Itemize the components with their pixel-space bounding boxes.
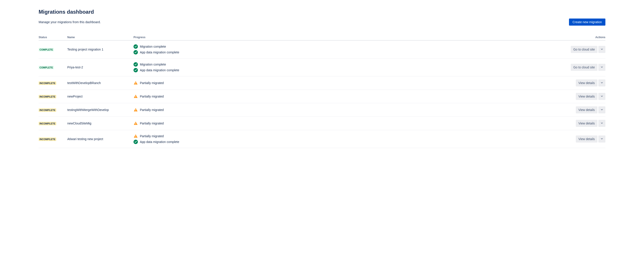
migration-name: testingWithMergeWithDevelop (67, 103, 134, 117)
page-title: Migrations dashboard (38, 9, 606, 15)
progress-text: Migration complete (140, 45, 166, 48)
progress-cell: Migration completeApp data migration com… (134, 58, 566, 76)
more-actions-button[interactable] (598, 136, 606, 142)
migration-name: Atiwari testing new project (67, 130, 134, 148)
more-actions-button[interactable] (598, 106, 606, 114)
progress-line: App data migration complete (134, 67, 566, 73)
progress-cell: Migration completeApp data migration com… (134, 40, 566, 58)
chevron-down-icon (600, 95, 604, 98)
go-to-cloud-site-button[interactable]: Go to cloud site (571, 64, 598, 71)
progress-text: Partially migrated (140, 95, 164, 98)
more-actions-button[interactable] (598, 93, 606, 100)
svg-point-13 (136, 137, 136, 137)
svg-point-5 (136, 84, 136, 84)
progress-line: Partially migrated (134, 80, 566, 86)
warning-icon (134, 134, 138, 138)
svg-point-9 (136, 110, 136, 111)
svg-rect-8 (136, 109, 136, 110)
table-row: INCOMPLETEtestingWithMergeWithDevelopPar… (38, 103, 606, 117)
migration-name: Testing project migration 1 (67, 40, 134, 58)
chevron-down-icon (600, 108, 604, 112)
progress-line: Partially migrated (134, 94, 566, 99)
view-details-button[interactable]: View details (576, 120, 598, 127)
progress-cell: Partially migrated (134, 117, 566, 130)
migration-name: Priya-test-2 (67, 58, 134, 76)
progress-cell: Partially migrated (134, 103, 566, 117)
migration-name: testWithDevelopBRanch (67, 76, 134, 90)
progress-text: App data migration complete (140, 50, 179, 54)
column-header-name: Name (67, 34, 134, 40)
migration-name: newProject (67, 90, 134, 103)
progress-line: Migration complete (134, 62, 566, 67)
status-badge: INCOMPLETE (38, 82, 56, 85)
table-row: COMPLETEPriya-test-2Migration completeAp… (38, 58, 606, 76)
svg-point-11 (136, 124, 136, 124)
check-circle-icon (134, 62, 138, 67)
page-subtitle: Manage your migrations from this dashboa… (38, 20, 101, 24)
check-circle-icon (134, 140, 138, 144)
column-header-actions: Actions (566, 34, 606, 40)
chevron-down-icon (600, 66, 604, 69)
svg-point-7 (136, 97, 136, 98)
svg-rect-10 (136, 123, 136, 124)
go-to-cloud-site-button[interactable]: Go to cloud site (571, 46, 598, 53)
progress-line: Partially migrated (134, 107, 566, 113)
column-header-progress: Progress (134, 34, 566, 40)
status-badge: INCOMPLETE (38, 108, 56, 112)
warning-icon (134, 94, 138, 98)
chevron-down-icon (600, 137, 604, 141)
check-circle-icon (134, 44, 138, 49)
table-row: INCOMPLETEnewProjectPartially migratedVi… (38, 90, 606, 103)
more-actions-button[interactable] (598, 46, 606, 53)
svg-rect-4 (136, 82, 136, 84)
progress-text: App data migration complete (140, 68, 179, 72)
column-header-status: Status (38, 34, 67, 40)
progress-text: Partially migrated (140, 122, 164, 125)
progress-cell: Partially migrated (134, 90, 566, 103)
progress-cell: Partially migrated (134, 76, 566, 90)
progress-line: Partially migrated (134, 120, 566, 126)
check-circle-icon (134, 68, 138, 72)
progress-line: Partially migrated (134, 133, 566, 139)
table-row: INCOMPLETEtestWithDevelopBRanchPartially… (38, 76, 606, 90)
status-badge: INCOMPLETE (38, 138, 56, 141)
progress-text: Partially migrated (140, 134, 164, 138)
view-details-button[interactable]: View details (576, 80, 598, 86)
table-row: COMPLETETesting project migration 1Migra… (38, 40, 606, 58)
status-badge: INCOMPLETE (38, 122, 56, 125)
progress-text: Migration complete (140, 63, 166, 66)
more-actions-button[interactable] (598, 64, 606, 71)
chevron-down-icon (600, 81, 604, 85)
header-row: Manage your migrations from this dashboa… (38, 18, 606, 26)
table-row: INCOMPLETEAtiwari testing new projectPar… (38, 130, 606, 148)
status-badge: COMPLETE (38, 48, 54, 52)
warning-icon (134, 121, 138, 126)
chevron-down-icon (600, 122, 604, 125)
warning-icon (134, 108, 138, 112)
view-details-button[interactable]: View details (576, 106, 598, 114)
svg-rect-12 (136, 136, 136, 136)
progress-text: App data migration complete (140, 140, 179, 144)
migrations-table: Status Name Progress Actions COMPLETETes… (38, 34, 606, 148)
chevron-down-icon (600, 48, 604, 52)
svg-rect-6 (136, 96, 136, 97)
status-badge: INCOMPLETE (38, 95, 56, 98)
table-row: INCOMPLETEnewCloudSiteMigPartially migra… (38, 117, 606, 130)
more-actions-button[interactable] (598, 120, 606, 127)
view-details-button[interactable]: View details (576, 136, 598, 142)
more-actions-button[interactable] (598, 80, 606, 86)
warning-icon (134, 81, 138, 85)
progress-text: Partially migrated (140, 108, 164, 112)
progress-line: App data migration complete (134, 139, 566, 145)
status-badge: COMPLETE (38, 66, 54, 69)
progress-line: Migration complete (134, 44, 566, 50)
progress-text: Partially migrated (140, 81, 164, 85)
progress-line: App data migration complete (134, 50, 566, 55)
create-migration-button[interactable]: Create new migration (569, 18, 606, 26)
migration-name: newCloudSiteMig (67, 117, 134, 130)
check-circle-icon (134, 50, 138, 54)
progress-cell: Partially migratedApp data migration com… (134, 130, 566, 148)
view-details-button[interactable]: View details (576, 93, 598, 100)
